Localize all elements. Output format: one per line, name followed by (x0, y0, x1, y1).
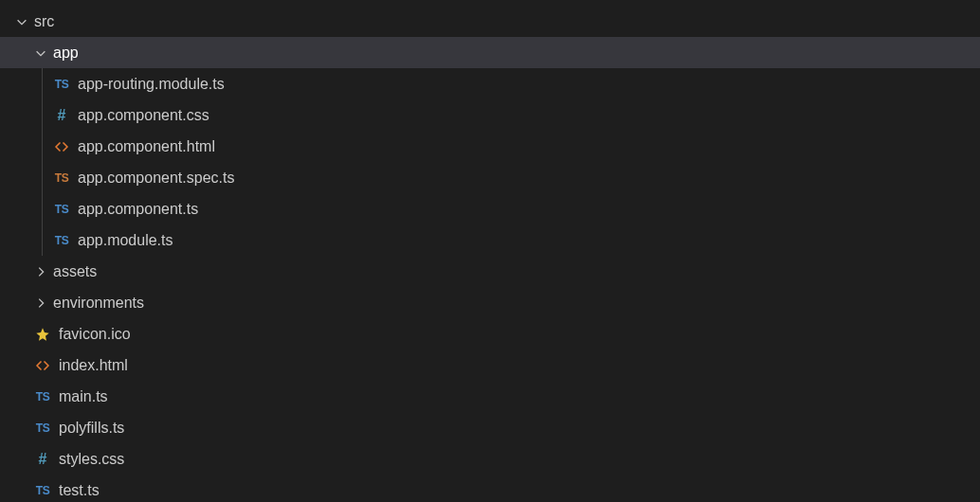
tree-file[interactable]: TSpolyfills.ts (0, 412, 980, 443)
indent-guide (42, 131, 43, 162)
indent-guide (42, 162, 43, 193)
tree-item-label: app.component.spec.ts (78, 170, 234, 186)
tree-item-label: app.component.css (78, 108, 209, 123)
tree-item-label: app.component.html (78, 139, 215, 154)
tree-file[interactable]: #styles.css (0, 443, 980, 475)
tree-file[interactable]: TSmain.ts (0, 381, 980, 412)
tree-item-label: app.component.ts (78, 202, 198, 217)
typescript-icon: TS (32, 386, 53, 407)
html-icon (32, 355, 53, 376)
tree-item-label: app (53, 45, 79, 61)
indent-guide (42, 224, 43, 256)
css-icon: # (51, 105, 72, 126)
tree-item-label: test.ts (59, 483, 100, 498)
tree-file[interactable]: TStest.ts (0, 475, 980, 502)
indent-guide (42, 193, 43, 224)
html-icon (51, 136, 72, 157)
tree-item-label: assets (53, 264, 97, 279)
typescript-spec-icon: TS (51, 168, 72, 188)
chevron-down-icon[interactable] (13, 13, 30, 30)
tree-item-label: polyfills.ts (59, 421, 124, 436)
tree-item-label: styles.css (59, 452, 124, 467)
tree-file[interactable]: favicon.ico (0, 318, 980, 350)
indent-guide (42, 99, 43, 131)
tree-item-label: environments (53, 296, 144, 311)
tree-file[interactable]: app.component.html (0, 131, 980, 162)
chevron-right-icon[interactable] (32, 295, 49, 312)
chevron-down-icon[interactable] (32, 45, 49, 62)
typescript-icon: TS (51, 230, 72, 251)
favicon-icon (32, 324, 53, 345)
tree-item-label: app-routing.module.ts (78, 77, 225, 92)
tree-file[interactable]: TSapp.component.spec.ts (0, 162, 980, 193)
tree-folder[interactable]: environments (0, 287, 980, 318)
tree-file[interactable]: TSapp.module.ts (0, 224, 980, 256)
typescript-icon: TS (51, 74, 72, 95)
tree-folder[interactable]: src (0, 6, 980, 37)
chevron-right-icon[interactable] (32, 263, 49, 280)
tree-folder[interactable]: app (0, 37, 980, 68)
tree-file[interactable]: TSapp.component.ts (0, 193, 980, 224)
tree-folder[interactable]: assets (0, 256, 980, 287)
tree-item-label: favicon.ico (59, 327, 131, 342)
tree-item-label: app.module.ts (78, 233, 173, 248)
tree-file[interactable]: #app.component.css (0, 99, 980, 131)
typescript-icon: TS (32, 418, 53, 439)
tree-file[interactable]: index.html (0, 350, 980, 381)
typescript-icon: TS (32, 480, 53, 501)
tree-item-label: index.html (59, 358, 128, 373)
tree-item-label: src (34, 14, 54, 29)
tree-file[interactable]: TSapp-routing.module.ts (0, 68, 980, 99)
tree-item-label: main.ts (59, 389, 108, 404)
typescript-icon: TS (51, 199, 72, 220)
indent-guide (42, 68, 43, 99)
file-explorer-tree[interactable]: srcappTSapp-routing.module.ts#app.compon… (0, 0, 980, 502)
css-icon: # (32, 449, 53, 470)
